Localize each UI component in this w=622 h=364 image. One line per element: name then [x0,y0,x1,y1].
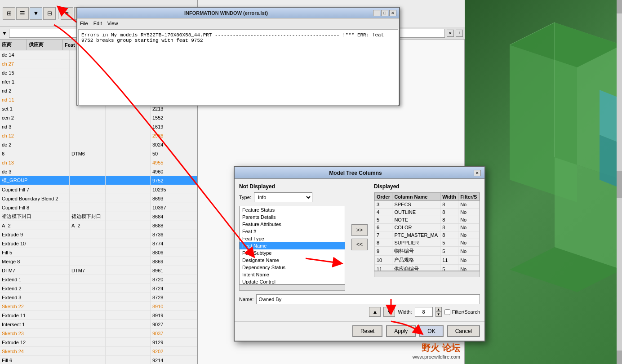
dialog-close-btn[interactable]: ✕ [474,170,481,176]
displayed-table-wrap[interactable]: OrderColumn NameWidthFilter/S3SPECS8No4O… [374,192,480,271]
updown-row: ▲ ▼ Width: ▲ ▼ Filter/Search [239,307,480,317]
tree-row[interactable]: Extend 1 8720 [0,275,197,284]
list-item[interactable]: Feat Name [240,242,345,249]
table-row[interactable]: 8SUPPLIER5No [375,239,480,247]
tree-row[interactable]: Copied Fill 8 10367 [0,203,197,212]
not-displayed-hscroll[interactable] [239,284,345,291]
list-item[interactable]: Feature Status [240,206,345,213]
list-item[interactable]: Feat Type [240,235,345,242]
toolbar-btn-5[interactable]: ≡ [61,7,73,20]
apply-btn[interactable]: Apply [386,325,416,337]
not-displayed-panel: Not Displayed Type: InfoFeatureParameter… [239,183,345,291]
tree-cell-col2 [106,320,151,328]
tree-row[interactable]: Merge 8 8869 [0,257,197,266]
table-cell-width: 8 [440,201,458,209]
tree-row[interactable]: Extend 3 8728 [0,293,197,302]
tree-row[interactable]: ch 13 4955 [0,158,197,167]
tree-row[interactable]: Extrude 11 8919 [0,311,197,320]
tree-row[interactable]: de 3 4960 [0,167,197,176]
table-cell-width: 5 [440,265,458,271]
tree-row[interactable]: Intersect 1 9027 [0,320,197,329]
info-close-btn[interactable]: ✕ [389,10,396,16]
list-item[interactable]: Feature Attributes [240,221,345,228]
info-menu-edit[interactable]: Edit [93,21,102,26]
tree-row[interactable]: cen 2 1552 [0,113,197,122]
tree-row[interactable]: Fill 5 8806 [0,248,197,257]
tree-cell-col2 [106,149,151,158]
list-item[interactable]: Feat # [240,228,345,235]
width-down-btn[interactable]: ▼ [435,312,442,317]
ok-btn[interactable]: OK [419,325,443,337]
table-cell-order: 8 [375,239,392,247]
tree-cell-label: Extend 3 [0,293,70,302]
tree-cell-col3: 8693 [151,194,182,203]
table-cell-name: 产品规格 [392,256,440,265]
tree-cell-label: de 15 [0,68,70,77]
toolbar-btn-filter[interactable]: ▼ [30,7,42,20]
list-item[interactable]: Dependency Status [240,264,345,271]
table-row[interactable]: 4OUTLINE8No [375,209,480,216]
reset-btn[interactable]: Reset [352,325,382,337]
type-select[interactable]: InfoFeatureParameter [254,192,312,202]
width-input[interactable] [415,307,433,317]
list-item[interactable]: Parents Details [240,213,345,221]
info-minimize-btn[interactable]: _ [373,10,380,16]
tree-row[interactable]: Sketch 23 9037 [0,329,197,338]
tree-row[interactable]: Extrude 12 9129 [0,338,197,347]
tree-row[interactable]: Fill 6 9214 [0,356,197,364]
tree-cell-col1 [70,167,106,176]
list-item[interactable]: Feat Subtype [240,249,345,257]
tree-row[interactable]: ch 12 2986 [0,131,197,140]
tree-row[interactable]: set 1 2213 [0,104,197,113]
table-cell-filter: No [458,247,480,256]
info-menu-view[interactable]: View [107,21,118,26]
cancel-btn[interactable]: Cancel [447,325,480,337]
tree-cell-col2 [106,212,151,221]
down-btn[interactable]: ▼ [383,307,395,317]
tree-row[interactable]: Extrude 9 8736 [0,230,197,239]
table-row[interactable]: 5NOTE8No [375,216,480,224]
table-row[interactable]: 7PTC_MASTER_MA8No [375,231,480,239]
tree-row[interactable]: nd 3 1619 [0,122,197,131]
displayed-hscroll[interactable] [374,271,480,277]
list-item[interactable]: Intent Name [240,271,345,278]
tree-row[interactable]: Extend 2 8724 [0,284,197,293]
filter-checkbox[interactable] [444,309,450,315]
tree-row[interactable]: Sketch 22 8910 [0,302,197,311]
tree-row[interactable]: Copied Boundary Blend 2 8693 [0,194,197,203]
table-row[interactable]: 11供应商编号5No [375,265,480,271]
toolbar-btn-2[interactable]: ☰ [16,7,29,20]
table-row[interactable]: 6COLOR8No [375,224,480,231]
add-column-btn[interactable]: >> [351,224,368,236]
table-cell-order: 11 [375,265,392,271]
table-row[interactable]: 10产品规格11No [375,256,480,265]
info-maximize-btn[interactable]: □ [381,10,388,16]
info-menu-file[interactable]: File [80,21,88,26]
tree-row[interactable]: DTM7 DTM7 8961 [0,266,197,275]
name-input[interactable] [256,294,480,304]
tree-cell-col1 [70,320,106,328]
list-item[interactable]: Update Control [240,278,345,284]
tree-row[interactable]: Extrude 10 8774 [0,239,197,248]
toolbar-btn-1[interactable]: ⊞ [3,7,15,20]
table-row[interactable]: 9物料编号5No [375,247,480,256]
toolbar-btn-4[interactable]: ⊟ [43,7,56,20]
tree-row[interactable]: Sketch 24 9202 [0,347,197,356]
right-filter-clear[interactable]: ✕ [447,30,454,37]
tree-row[interactable]: A_2 A_2 8688 [0,221,197,230]
tree-row[interactable]: 6 DTM6 50 [0,149,197,158]
tree-row[interactable]: 裙边模下封口 裙边模下封口 8684 [0,212,197,221]
not-displayed-list[interactable]: Feature StatusParents DetailsFeature Att… [239,206,345,284]
right-filter-add[interactable]: + [456,30,463,37]
tree-row[interactable]: Copied Fill 7 10295 [0,185,197,194]
list-item[interactable]: Designate Name [240,257,345,264]
table-row[interactable]: 3SPECS8No [375,201,480,209]
tree-row[interactable]: de 2 3024 [0,140,197,149]
table-cell-filter: No [458,231,480,239]
remove-column-btn[interactable]: << [351,239,368,250]
tree-row[interactable]: 模_GROUP 9752 [0,176,197,185]
up-btn[interactable]: ▲ [369,307,381,317]
table-cell-name: OUTLINE [392,209,440,216]
table-cell-width: 11 [440,256,458,265]
width-up-btn[interactable]: ▲ [435,307,442,312]
